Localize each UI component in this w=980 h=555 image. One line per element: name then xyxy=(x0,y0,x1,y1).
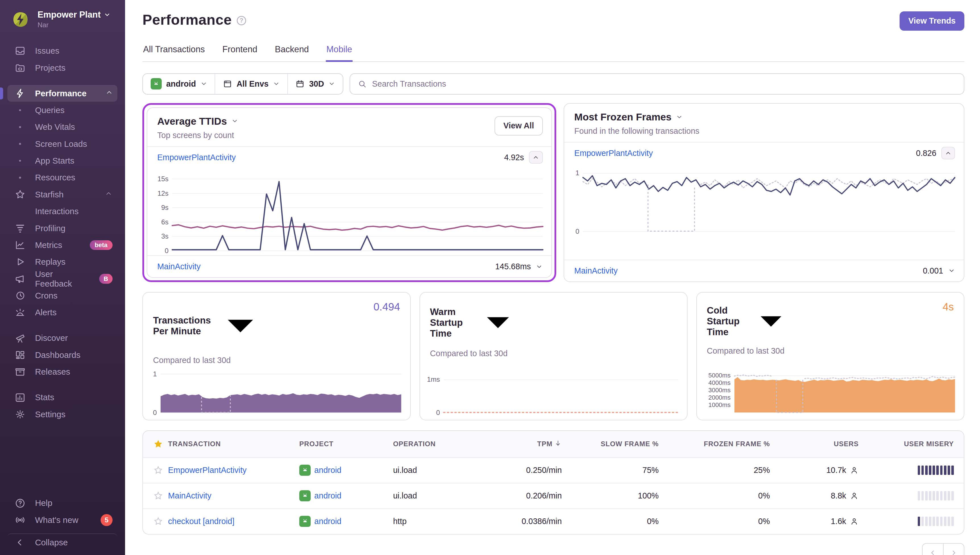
metrics-icon xyxy=(14,239,26,251)
sidebar-item-help[interactable]: Help xyxy=(7,495,117,512)
tab-backend[interactable]: Backend xyxy=(274,44,310,61)
column-header-users[interactable]: Users xyxy=(770,431,859,457)
calendar-icon xyxy=(295,79,305,88)
user-icon xyxy=(850,517,859,526)
project-filter[interactable]: android xyxy=(143,74,215,94)
search-transactions-box xyxy=(350,73,964,95)
help-question-icon[interactable]: ? xyxy=(237,16,246,25)
main-content: Performance ? View Trends All Transactio… xyxy=(125,0,980,555)
collapse-row-button[interactable] xyxy=(941,147,955,159)
slow-frame-cell: 100% xyxy=(562,483,659,508)
warm-startup-subtitle: Compared to last 30d xyxy=(420,345,687,358)
dashboard-grid-icon xyxy=(14,350,26,361)
sidebar-item-metrics[interactable]: Metrics beta xyxy=(7,237,117,253)
sidebar-item-settings[interactable]: Settings xyxy=(7,406,117,423)
gear-icon xyxy=(14,409,26,420)
chevron-down-icon xyxy=(200,80,207,87)
column-header-user-misery[interactable]: User Misery xyxy=(859,431,964,457)
tab-frontend[interactable]: Frontend xyxy=(222,44,258,61)
column-header-slow-frame[interactable]: Slow Frame % xyxy=(562,431,659,457)
sidebar-item-stats[interactable]: Stats xyxy=(7,389,117,406)
column-header-frozen-frame[interactable]: Frozen Frame % xyxy=(659,431,770,457)
column-header-operation[interactable]: Operation xyxy=(393,431,504,457)
sidebar-item-releases[interactable]: Releases xyxy=(7,364,117,380)
bar-chart-icon xyxy=(14,392,26,403)
star-toggle[interactable] xyxy=(143,457,168,483)
collapse-row-button[interactable] xyxy=(529,151,543,164)
sidebar-item-replays[interactable]: Replays xyxy=(7,253,117,270)
sidebar-item-crons[interactable]: Crons xyxy=(7,287,117,304)
column-header-transaction[interactable]: Transaction xyxy=(168,431,299,457)
warm-startup-title[interactable]: Warm Startup Time xyxy=(430,301,520,345)
sidebar-item-queries[interactable]: Queries xyxy=(7,102,117,119)
sidebar-item-projects[interactable]: Projects xyxy=(7,59,117,76)
next-page-button[interactable] xyxy=(943,543,964,555)
sidebar-item-interactions[interactable]: Interactions xyxy=(7,203,117,220)
tpm-chart: 10 xyxy=(143,365,410,420)
view-trends-button[interactable]: View Trends xyxy=(900,11,964,30)
operation-cell: ui.load xyxy=(393,457,504,483)
org-logo-icon xyxy=(10,9,31,30)
bullet-icon xyxy=(14,109,26,111)
transaction-link[interactable]: MainActivity xyxy=(574,266,618,276)
star-outline-icon xyxy=(14,189,26,200)
chevron-down-icon xyxy=(231,117,238,124)
star-column-header[interactable] xyxy=(143,431,168,457)
tpm-cell: 0.0386/min xyxy=(504,508,562,534)
sidebar-item-whats-new[interactable]: What's new 5 xyxy=(7,512,117,528)
tpm-title[interactable]: Transactions Per Minute xyxy=(153,301,266,351)
sidebar-item-app-starts[interactable]: App Starts xyxy=(7,152,117,169)
app-root: Empower Plant Nar Issues Projects Perfor… xyxy=(0,0,980,555)
tab-all-transactions[interactable]: All Transactions xyxy=(142,44,206,61)
transactions-table: Transaction Project Operation TPM Slow F… xyxy=(142,430,964,534)
transaction-link[interactable]: MainActivity xyxy=(168,491,211,500)
chevron-down-icon xyxy=(476,301,520,345)
sidebar-item-resources[interactable]: Resources xyxy=(7,169,117,186)
transaction-link[interactable]: EmpowerPlantActivity xyxy=(168,465,246,475)
sidebar-item-starfish[interactable]: Starfish xyxy=(7,186,117,203)
transaction-link[interactable]: EmpowerPlantActivity xyxy=(157,153,236,162)
tab-mobile[interactable]: Mobile xyxy=(326,44,353,61)
sidebar-item-screen-loads[interactable]: Screen Loads xyxy=(7,135,117,152)
chevron-up-icon xyxy=(532,154,539,161)
transaction-link[interactable]: checkout [android] xyxy=(168,517,235,526)
sidebar-item-profiling[interactable]: Profiling xyxy=(7,220,117,237)
most-frozen-frames-panel: Most Frozen Frames Found in the followin… xyxy=(564,103,964,282)
sidebar-collapse-button[interactable]: Collapse xyxy=(7,533,117,550)
expand-row-button[interactable] xyxy=(536,263,543,270)
sidebar-item-issues[interactable]: Issues xyxy=(7,42,117,59)
average-ttids-title[interactable]: Average TTIDs xyxy=(157,115,541,127)
environment-filter[interactable]: All Envs xyxy=(215,74,288,94)
view-all-button[interactable]: View All xyxy=(495,116,543,135)
user-misery-cell xyxy=(859,457,964,483)
column-header-project[interactable]: Project xyxy=(299,431,393,457)
date-range-filter[interactable]: 30D xyxy=(288,74,343,94)
cold-startup-value: 4s xyxy=(943,301,954,313)
pagination xyxy=(142,543,964,555)
cold-startup-title[interactable]: Cold Startup Time xyxy=(707,301,792,342)
column-header-tpm[interactable]: TPM xyxy=(504,431,562,457)
sidebar-item-discover[interactable]: Discover xyxy=(7,330,117,346)
expand-row-button[interactable] xyxy=(948,267,955,274)
star-toggle[interactable] xyxy=(143,508,168,534)
search-input[interactable] xyxy=(372,79,956,88)
sidebar-item-web-vitals[interactable]: Web Vitals xyxy=(7,119,117,135)
most-frozen-frames-title[interactable]: Most Frozen Frames xyxy=(574,111,954,123)
b-badge: B xyxy=(99,274,112,284)
sidebar-item-user-feedback[interactable]: User Feedback B xyxy=(7,270,117,287)
sidebar-item-performance[interactable]: Performance xyxy=(7,85,117,102)
project-cell: android xyxy=(299,508,393,534)
sidebar-item-alerts[interactable]: Alerts xyxy=(7,304,117,321)
star-toggle[interactable] xyxy=(143,483,168,508)
bullet-icon xyxy=(14,176,26,179)
chevron-down-icon xyxy=(676,114,683,120)
previous-page-button[interactable] xyxy=(922,543,943,555)
transaction-link[interactable]: MainActivity xyxy=(157,262,200,271)
sidebar-item-dashboards[interactable]: Dashboards xyxy=(7,346,117,363)
transaction-link[interactable]: EmpowerPlantActivity xyxy=(574,149,653,158)
org-switcher[interactable]: Empower Plant Nar xyxy=(7,6,117,36)
bullet-icon xyxy=(14,143,26,145)
cold-startup-chart: 5000ms4000ms3000ms2000ms1000ms xyxy=(697,365,964,420)
chevron-down-icon xyxy=(536,263,543,270)
operation-cell: http xyxy=(393,508,504,534)
